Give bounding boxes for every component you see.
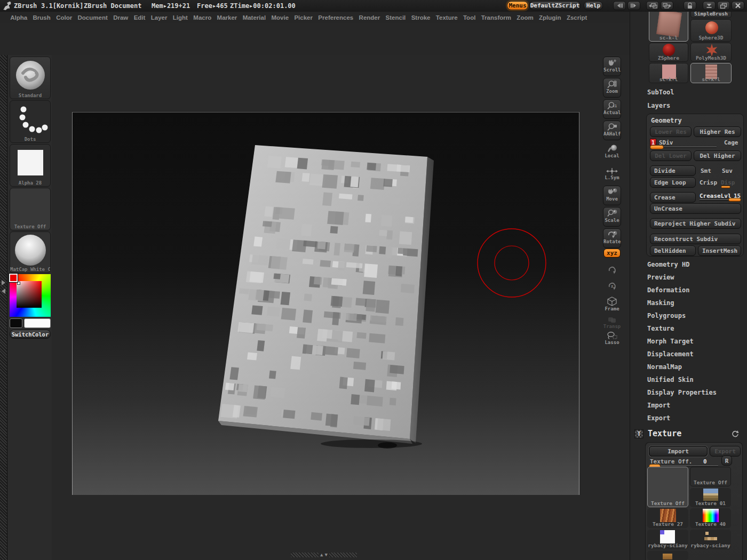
palette-section-header[interactable]: Deformation	[647, 286, 743, 299]
menu-item[interactable]: Stroke	[409, 14, 433, 21]
reconstruct-button[interactable]: Reconstruct Subdiv	[650, 234, 741, 244]
menu-item[interactable]: Edit	[131, 14, 148, 21]
menu-item[interactable]: Alpha	[7, 14, 30, 21]
texture-import-button[interactable]: Import	[649, 446, 708, 457]
tray-grip-left[interactable]	[291, 553, 319, 557]
texture-r-button[interactable]: R	[721, 455, 732, 466]
palette-section-header[interactable]: Import	[647, 402, 743, 414]
menu-item[interactable]: Color	[53, 14, 75, 21]
menu-item[interactable]: Stencil	[383, 14, 408, 21]
menu-item[interactable]: Picker	[291, 14, 315, 21]
local-button[interactable]: Local	[603, 143, 621, 158]
menu-item[interactable]: Material	[240, 14, 268, 21]
menu-item[interactable]: Layer	[148, 14, 170, 21]
sphere3d-tool[interactable]: Sphere3D	[690, 19, 732, 42]
canvas-workspace[interactable]: ▲ ▼	[52, 55, 602, 560]
divide-button[interactable]: Divide	[650, 165, 696, 176]
edge-loop-button[interactable]: Edge Loop	[650, 177, 696, 188]
current-brush-button[interactable]: Standard	[10, 57, 51, 99]
menu-item[interactable]: Texture	[433, 14, 460, 21]
smt-toggle[interactable]: Smt	[701, 167, 711, 174]
scale3d-button[interactable]: Scale	[603, 207, 621, 227]
palette-section-header[interactable]: Preview	[647, 274, 743, 286]
current-material-button[interactable]: MatCap White C	[10, 231, 51, 273]
menu-item[interactable]: Document	[75, 14, 110, 21]
plane-textured-tool[interactable]: sc-k-l	[690, 63, 732, 83]
palette-section-header[interactable]: Geometry HD	[647, 261, 743, 274]
texture-reset-icon[interactable]	[730, 430, 739, 438]
menu-item[interactable]: Tool	[460, 14, 479, 21]
current-tool-thumbnail[interactable]: sc-k-l	[649, 9, 688, 42]
texture-off-big-thumb[interactable]: Texture Off	[647, 467, 688, 507]
menu-item[interactable]: Light	[170, 14, 190, 21]
prev-document-button[interactable]	[613, 1, 626, 10]
palette-section-header[interactable]: Morph Target	[647, 338, 743, 350]
crisp-toggle[interactable]: Crisp	[700, 179, 717, 186]
uncrease-button[interactable]: UnCrease	[650, 203, 741, 214]
document-canvas[interactable]	[72, 112, 579, 495]
palette-section-header[interactable]: Unified Skin	[647, 376, 743, 389]
palette-section-header[interactable]: Masking	[647, 299, 743, 312]
menu-item[interactable]: Zscript	[564, 14, 590, 21]
current-alpha-button[interactable]: Alpha 28	[10, 144, 51, 187]
current-texture-button[interactable]: Texture Off	[10, 188, 51, 230]
next-layout-button[interactable]	[661, 1, 673, 10]
tray-open-icon[interactable]: ▲	[320, 553, 323, 557]
palette-section-header[interactable]: Polygroups	[647, 312, 743, 325]
suv-toggle[interactable]: Suv	[722, 167, 733, 174]
scroll-tool-button[interactable]: Scroll	[603, 57, 621, 76]
texture-palette-header[interactable]: T Texture	[634, 429, 681, 438]
texture-40-thumb[interactable]: Texture 40	[690, 508, 731, 528]
menu-item[interactable]: Macro	[190, 14, 214, 21]
higher-res-button[interactable]: Higher Res	[694, 126, 741, 137]
plane-pink-tool[interactable]: sc-k-l	[649, 63, 688, 83]
palette-section-header[interactable]: Display Properties	[647, 389, 743, 402]
rotate3d-button[interactable]: Rotate	[603, 228, 621, 248]
switch-color-button[interactable]: SwitchColor	[10, 330, 51, 339]
left-tray-divider[interactable]	[0, 55, 7, 560]
crease-button[interactable]: Crease	[650, 192, 696, 203]
del-higher-button[interactable]: Del Higher	[694, 150, 741, 161]
palette-section-header[interactable]: Displacement	[647, 350, 743, 363]
rotate-y-button[interactable]	[603, 264, 621, 274]
sculpted-plane-model[interactable]	[218, 145, 434, 449]
minimize-button[interactable]	[703, 1, 716, 10]
zoom-tool-button[interactable]: Zoom	[603, 78, 621, 98]
frame-button[interactable]: Frame	[603, 295, 621, 311]
next-document-button[interactable]	[627, 1, 640, 10]
restore-button[interactable]	[717, 1, 730, 10]
aahalf-button[interactable]: AAHalf	[603, 121, 621, 140]
texture-01-thumb[interactable]: Texture 01	[690, 488, 731, 507]
secondary-color-swatch[interactable]	[10, 318, 22, 328]
close-button[interactable]	[732, 1, 744, 10]
bottom-tray-toggle[interactable]: ▲ ▼	[291, 553, 357, 557]
cage-button[interactable]: Cage	[724, 139, 738, 146]
rybacy-sciany-1-thumb[interactable]: rybacy-sciany	[647, 530, 688, 549]
texture-export-button[interactable]: Export	[710, 446, 741, 457]
color-picker[interactable]	[10, 274, 51, 317]
transp-button[interactable]: Transp	[603, 315, 621, 329]
geometry-section-header[interactable]: Geometry	[651, 117, 682, 124]
move3d-button[interactable]: Move	[603, 186, 621, 205]
delhidden-button[interactable]: DelHidden	[650, 245, 696, 256]
tray-grip-right[interactable]	[329, 553, 357, 557]
palette-section-header[interactable]: NormalMap	[647, 363, 743, 376]
actual-size-button[interactable]: x1 Actual	[603, 99, 621, 119]
layers-section-header[interactable]: Layers	[647, 102, 670, 109]
rotate-z-button[interactable]: z	[603, 280, 621, 290]
tray-expand-icon[interactable]	[2, 280, 5, 285]
disp-mini-handle[interactable]	[721, 186, 730, 188]
tray-close-icon[interactable]: ▼	[324, 553, 327, 557]
menu-item[interactable]: Zoom	[514, 14, 536, 21]
menu-item[interactable]: Zplugin	[536, 14, 564, 21]
texture-off-small-thumb[interactable]: Texture Off	[690, 467, 731, 486]
zsphere-tool[interactable]: ZSphere	[649, 43, 688, 62]
lsym-button[interactable]: L.Sym	[603, 166, 621, 180]
tray-collapse-icon[interactable]	[2, 289, 5, 294]
menu-item[interactable]: Movie	[268, 14, 291, 21]
primary-color-swatch[interactable]	[24, 318, 51, 328]
sdiv-handle[interactable]	[650, 145, 664, 149]
palette-section-header[interactable]: Texture	[647, 325, 743, 338]
insertmesh-button[interactable]: InsertMesh	[698, 245, 741, 256]
rybacy-sciany-2-thumb[interactable]: rybacy-sciany	[690, 530, 731, 549]
